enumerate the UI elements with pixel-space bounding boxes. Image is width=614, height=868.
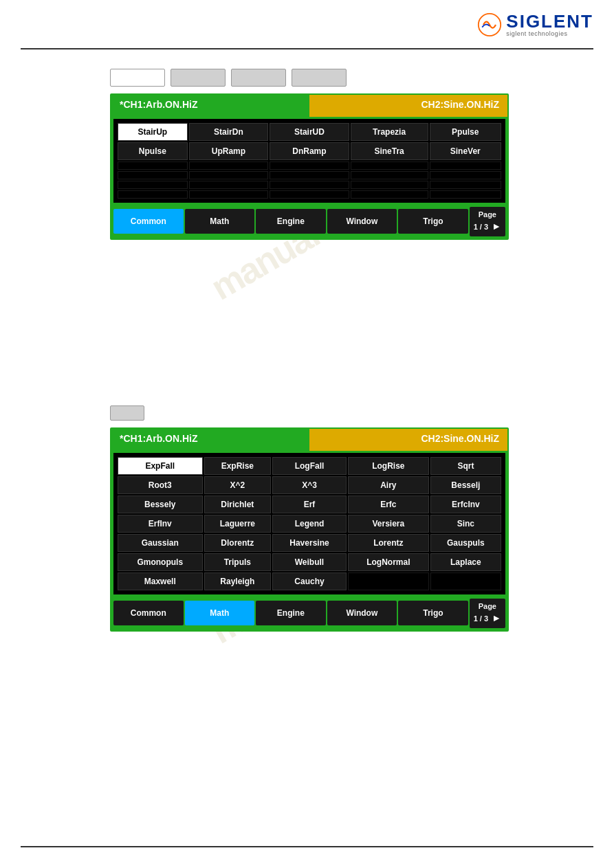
func-cell-1-2-3: [351, 162, 428, 170]
func-cell-2-6-0[interactable]: Maxwell: [118, 572, 203, 590]
nav-math-2[interactable]: Math: [185, 601, 255, 625]
func-cell-2-2-0[interactable]: Bessely: [118, 496, 203, 513]
func-cell-1-3-2: [270, 171, 349, 179]
func-cell-1-4-0: [118, 181, 188, 189]
func-cell-1-5-2: [270, 190, 349, 199]
nav-window-1[interactable]: Window: [327, 209, 397, 234]
func-cell-2-3-0[interactable]: ErfInv: [118, 515, 203, 533]
func-cell-2-6-2[interactable]: Cauchy: [272, 572, 347, 590]
nav-engine-1[interactable]: Engine: [256, 209, 326, 234]
func-cell-2-4-1[interactable]: Dlorentz: [204, 534, 272, 552]
func-cell-2-3-1[interactable]: Laguerre: [204, 515, 272, 533]
func-cell-2-2-3[interactable]: Erfc: [348, 496, 429, 513]
top-btn-p2[interactable]: [110, 405, 144, 421]
osc-panel-2: *CH1:Arb.ON.HiZ CH2:Sine.ON.HiZ ExpFallE…: [110, 427, 509, 632]
func-cell-2-1-3[interactable]: Airy: [348, 476, 429, 494]
func-cell-2-3-3[interactable]: Versiera: [348, 515, 429, 533]
func-cell-2-2-1[interactable]: Dirichlet: [204, 496, 272, 513]
top-divider: [21, 48, 593, 49]
func-cell-1-2-4: [430, 162, 502, 170]
nav-arrow-1: ►: [492, 221, 501, 232]
func-cell-1-1-1[interactable]: UpRamp: [189, 142, 269, 160]
func-cell-2-2-4[interactable]: ErfcInv: [430, 496, 501, 513]
nav-window-2[interactable]: Window: [327, 601, 397, 625]
func-cell-2-0-2[interactable]: LogFall: [272, 457, 347, 475]
nav-engine-2[interactable]: Engine: [256, 601, 326, 625]
func-cell-2-5-1[interactable]: Tripuls: [204, 553, 272, 571]
func-cell-1-4-2: [270, 181, 349, 189]
page-num-2: 1 / 3: [474, 614, 488, 623]
func-cell-2-0-1[interactable]: ExpRise: [204, 457, 272, 475]
func-cell-1-0-1[interactable]: StairDn: [189, 123, 269, 141]
func-cell-2-0-4[interactable]: Sqrt: [430, 457, 501, 475]
func-cell-2-5-3[interactable]: LogNormal: [348, 553, 429, 571]
nav-trigo-1[interactable]: Trigo: [398, 209, 468, 234]
func-cell-2-2-2[interactable]: Erf: [272, 496, 347, 513]
page-label-1: Page: [479, 210, 496, 219]
func-cell-1-3-3: [351, 171, 428, 179]
page-label-2: Page: [479, 602, 496, 610]
func-cell-1-1-4[interactable]: SineVer: [430, 142, 502, 160]
nav-page-2[interactable]: Page 1 / 3 ►: [470, 599, 505, 628]
nav-arrow-2: ►: [492, 612, 501, 623]
func-cell-2-6-1[interactable]: Rayleigh: [204, 572, 272, 590]
func-cell-1-0-0[interactable]: StairUp: [118, 123, 188, 141]
func-cell-2-3-2[interactable]: Legend: [272, 515, 347, 533]
func-cell-2-0-0[interactable]: ExpFall: [118, 457, 203, 475]
func-cell-1-4-1: [189, 181, 269, 189]
func-cell-1-0-4[interactable]: Ppulse: [430, 123, 502, 141]
func-cell-2-4-3[interactable]: Lorentz: [348, 534, 429, 552]
func-cell-2-6-4: [430, 572, 501, 590]
func-cell-2-1-0[interactable]: Root3: [118, 476, 203, 494]
osc-panel-1: *CH1:Arb.ON.HiZ CH2:Sine.ON.HiZ StairUpS…: [110, 93, 509, 240]
func-cell-1-1-3[interactable]: SineTra: [351, 142, 428, 160]
nav-bar-2: Common Math Engine Window Trigo Page 1 /…: [111, 597, 507, 630]
ch1-label-2: *CH1:Arb.ON.HiZ: [111, 429, 309, 451]
func-cell-1-5-4: [430, 190, 502, 199]
nav-common-2[interactable]: Common: [113, 601, 184, 625]
ch2-label-1: CH2:Sine.ON.HiZ: [309, 95, 507, 117]
func-cell-2-4-2[interactable]: Haversine: [272, 534, 347, 552]
func-cell-2-1-1[interactable]: X^2: [204, 476, 272, 494]
func-cell-2-5-0[interactable]: Gmonopuls: [118, 553, 203, 571]
osc-grid-1: StairUpStairDnStairUDTrapeziaPpulseNpuls…: [113, 119, 505, 203]
func-cell-1-4-3: [351, 181, 428, 189]
func-cell-2-1-2[interactable]: X^3: [272, 476, 347, 494]
top-btn-3[interactable]: [231, 69, 286, 87]
func-cell-1-2-2: [270, 162, 349, 170]
func-cell-2-3-4[interactable]: Sinc: [430, 515, 501, 533]
logo-sub-text: siglent technologies: [506, 30, 567, 37]
func-cell-2-4-4[interactable]: Gauspuls: [430, 534, 501, 552]
top-btn-1[interactable]: [110, 69, 165, 87]
func-cell-2-1-4[interactable]: Besselj: [430, 476, 501, 494]
ch2-label-2: CH2:Sine.ON.HiZ: [309, 429, 507, 451]
nav-trigo-2[interactable]: Trigo: [398, 601, 468, 625]
func-cell-2-4-0[interactable]: Gaussian: [118, 534, 203, 552]
top-btn-4[interactable]: [292, 69, 347, 87]
func-cell-1-3-1: [189, 171, 269, 179]
page-num-1: 1 / 3: [474, 223, 488, 231]
func-cell-1-0-2[interactable]: StairUD: [270, 123, 349, 141]
siglent-logo-icon: [477, 12, 502, 37]
btn-row-1: [110, 69, 509, 87]
nav-math-1[interactable]: Math: [185, 209, 255, 234]
func-cell-1-5-0: [118, 190, 188, 199]
func-cell-2-0-3[interactable]: LogRise: [348, 457, 429, 475]
osc-grid-2: ExpFallExpRiseLogFallLogRiseSqrtRoot3X^2…: [113, 453, 505, 594]
nav-page-1[interactable]: Page 1 / 3 ►: [470, 207, 505, 236]
func-table-2: ExpFallExpRiseLogFallLogRiseSqrtRoot3X^2…: [116, 456, 503, 592]
func-cell-1-0-3[interactable]: Trapezia: [351, 123, 428, 141]
func-cell-1-1-0[interactable]: Npulse: [118, 142, 188, 160]
nav-common-1[interactable]: Common: [113, 209, 184, 234]
panel1-container: *CH1:Arb.ON.HiZ CH2:Sine.ON.HiZ StairUpS…: [110, 69, 509, 240]
func-cell-2-5-2[interactable]: Weibull: [272, 553, 347, 571]
func-cell-1-5-1: [189, 190, 269, 199]
osc-header-2: *CH1:Arb.ON.HiZ CH2:Sine.ON.HiZ: [111, 429, 507, 451]
func-cell-1-2-1: [189, 162, 269, 170]
func-cell-1-1-2[interactable]: DnRamp: [270, 142, 349, 160]
ch1-label-1: *CH1:Arb.ON.HiZ: [111, 95, 309, 117]
func-cell-2-5-4[interactable]: Laplace: [430, 553, 501, 571]
top-btn-2[interactable]: [171, 69, 226, 87]
osc-header-1: *CH1:Arb.ON.HiZ CH2:Sine.ON.HiZ: [111, 95, 507, 117]
func-cell-1-3-4: [430, 171, 502, 179]
